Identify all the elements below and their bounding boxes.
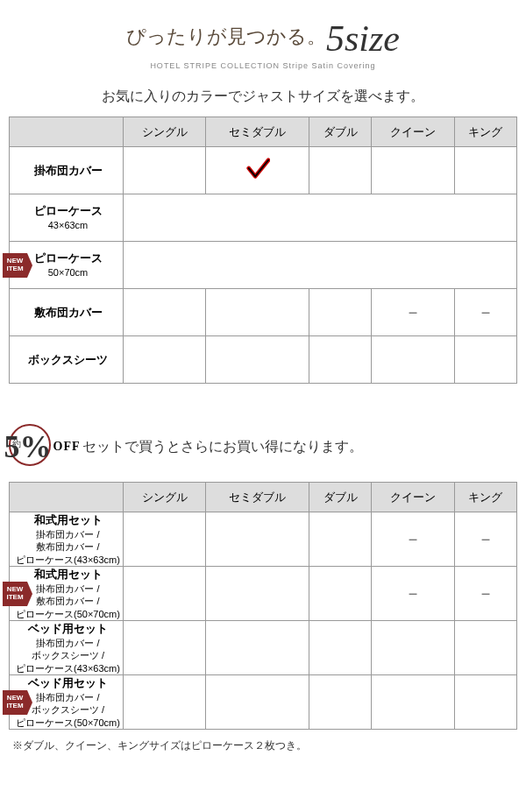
dash-icon: － <box>404 302 422 321</box>
row-label: 和式用セット 掛布団カバー / 敷布団カバー / ピローケース(43×63cm) <box>10 512 124 567</box>
row-label-sub: 敷布団カバー / <box>13 540 123 553</box>
row-label-sub: 掛布団カバー / <box>13 528 123 540</box>
row-label-sub: ピローケース(43×63cm) <box>13 662 123 674</box>
cell-checked <box>206 147 309 194</box>
cell-dash: － <box>454 289 516 336</box>
header-title-jp: ぴったりが見つかる。 <box>126 25 326 47</box>
row-label-text: ピローケース <box>34 251 103 265</box>
section-2-text: セットで買うとさらにお買い得になります。 <box>82 438 363 456</box>
row-label-sub: ボックスシーツ / <box>13 649 123 661</box>
cell-dash: － <box>454 512 516 567</box>
cell <box>309 621 372 675</box>
col-king: キング <box>454 117 516 147</box>
row-label-text: ベッド用セット <box>28 622 108 635</box>
discount-off: OFF <box>53 440 81 454</box>
new-item-badge: NEW ITEM <box>3 690 27 715</box>
table-row: ピローケース 43×63cm <box>10 194 517 242</box>
cell <box>124 147 206 194</box>
check-icon <box>245 157 270 181</box>
cell <box>309 675 372 730</box>
cell <box>372 675 454 730</box>
dash-icon: － <box>477 529 494 548</box>
cell <box>454 147 516 194</box>
discount-badge: 約 5% OFF <box>9 419 75 475</box>
cell <box>372 336 454 384</box>
cell-dash: － <box>372 512 454 567</box>
table-row: ボックスシーツ <box>10 336 517 384</box>
row-label-sub: ピローケース(43×63cm) <box>13 554 123 566</box>
row-label: ボックスシーツ <box>10 336 124 384</box>
col-single: シングル <box>124 483 206 512</box>
row-label: NEW ITEM ピローケース 50×70cm <box>10 242 124 289</box>
intro-text: お気に入りのカラーでジャストサイズを選べます。 <box>9 88 517 106</box>
cell <box>372 147 454 194</box>
cell <box>124 512 206 567</box>
table-row: 和式用セット 掛布団カバー / 敷布団カバー / ピローケース(43×63cm)… <box>10 512 517 567</box>
cell-merged <box>124 194 517 242</box>
col-double: ダブル <box>309 117 372 147</box>
cell <box>206 675 309 730</box>
footnote: ※ダブル、クイーン、キングサイズはピローケース２枚つき。 <box>9 738 517 753</box>
cell <box>206 567 309 621</box>
cell <box>372 621 454 675</box>
cell <box>309 567 372 621</box>
row-label-sub: ピローケース(50×70cm) <box>13 608 123 620</box>
col-semidouble: セミダブル <box>206 117 309 147</box>
cell <box>206 512 309 567</box>
col-single: シングル <box>124 117 206 147</box>
dash-icon: － <box>404 529 422 548</box>
badge-item: ITEM <box>6 594 23 602</box>
row-label-text: 敷布団カバー <box>34 306 103 319</box>
row-label-sub: 43×63cm <box>13 219 123 231</box>
col-double: ダブル <box>309 483 372 512</box>
table-row: NEW ITEM ベッド用セット 掛布団カバー / ボックスシーツ / ピローケ… <box>10 675 517 730</box>
cell-dash: － <box>454 567 516 621</box>
cell <box>124 336 206 384</box>
cell-merged <box>124 242 517 289</box>
row-label-text: ボックスシーツ <box>28 353 108 366</box>
new-item-badge: NEW ITEM <box>3 582 27 606</box>
row-label: ベッド用セット 掛布団カバー / ボックスシーツ / ピローケース(43×63c… <box>10 621 124 675</box>
cell <box>454 336 516 384</box>
section-2: 約 5% OFF セットで買うとさらにお買い得になります。 シングル セミダブル… <box>9 419 517 753</box>
cell <box>206 289 309 336</box>
col-queen: クイーン <box>372 117 454 147</box>
badge-item: ITEM <box>6 265 23 273</box>
row-label: 敷布団カバー <box>10 289 124 336</box>
discount-pct: 5% <box>4 428 52 465</box>
table-row: 敷布団カバー － － <box>10 289 517 336</box>
header-title-big: 5size <box>326 18 400 59</box>
size-table-2: シングル セミダブル ダブル クイーン キング 和式用セット 掛布団カバー / … <box>9 482 517 730</box>
dash-icon: － <box>477 302 494 321</box>
cell <box>309 147 372 194</box>
section-2-header: 約 5% OFF セットで買うとさらにお買い得になります。 <box>9 419 517 475</box>
cell <box>454 675 516 730</box>
table-row: NEW ITEM 和式用セット 掛布団カバー / 敷布団カバー / ピローケース… <box>10 567 517 621</box>
dash-icon: － <box>404 583 422 603</box>
row-label: 掛布団カバー <box>10 147 124 194</box>
row-label-sub: ピローケース(50×70cm) <box>13 717 123 729</box>
row-label-text: 掛布団カバー <box>34 164 103 177</box>
table-corner <box>10 117 124 147</box>
cell <box>124 621 206 675</box>
cell <box>309 336 372 384</box>
table-corner <box>10 483 124 512</box>
cell <box>124 567 206 621</box>
cell-dash: － <box>372 567 454 621</box>
cell <box>309 289 372 336</box>
row-label-text: ベッド用セット <box>28 676 108 689</box>
cell <box>124 289 206 336</box>
col-king: キング <box>454 483 516 512</box>
header-subtitle: HOTEL STRIPE COLLECTION Stripe Satin Cov… <box>9 61 517 70</box>
cell <box>206 621 309 675</box>
cell <box>454 621 516 675</box>
row-label-text: ピローケース <box>34 204 103 217</box>
row-label: NEW ITEM 和式用セット 掛布団カバー / 敷布団カバー / ピローケース… <box>10 567 124 621</box>
table-row: 掛布団カバー <box>10 147 517 194</box>
dash-icon: － <box>477 583 494 603</box>
row-label-text: 和式用セット <box>34 568 103 581</box>
badge-item: ITEM <box>6 703 23 710</box>
new-item-badge: NEW ITEM <box>3 253 27 278</box>
row-label: NEW ITEM ベッド用セット 掛布団カバー / ボックスシーツ / ピローケ… <box>10 675 124 730</box>
table-row: NEW ITEM ピローケース 50×70cm <box>10 242 517 289</box>
